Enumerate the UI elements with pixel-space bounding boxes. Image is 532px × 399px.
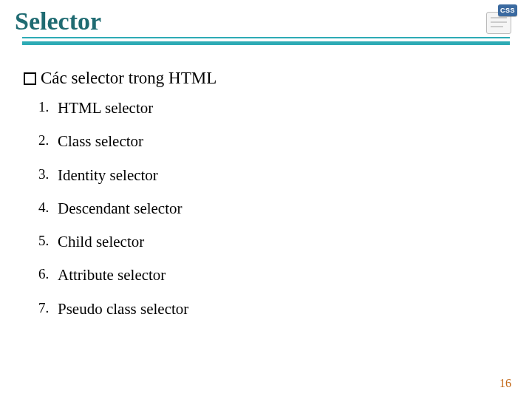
list-item: Attribute selector (58, 265, 502, 285)
page-number: 16 (499, 377, 511, 390)
css-badge-label: CSS (498, 4, 517, 16)
slide-content: Các selector trong HTML HTML selector Cl… (0, 51, 532, 319)
list-item: HTML selector (58, 98, 502, 118)
square-bullet-icon (24, 72, 36, 85)
list-item: Descendant selector (58, 199, 502, 219)
divider-thick (22, 41, 510, 45)
list-item: Child selector (58, 232, 502, 252)
content-heading: Các selector trong HTML (41, 69, 216, 88)
css-file-icon: CSS (485, 4, 517, 35)
list-item: Identity selector (58, 166, 502, 185)
slide-title: Selector (15, 7, 517, 35)
selector-list: HTML selector Class selector Identity se… (24, 98, 502, 319)
divider-thin (22, 37, 510, 38)
list-item: Pseudo class selector (58, 299, 502, 319)
list-item: Class selector (58, 132, 502, 151)
slide-header: Selector CSS (0, 0, 532, 51)
content-heading-row: Các selector trong HTML (24, 69, 502, 88)
